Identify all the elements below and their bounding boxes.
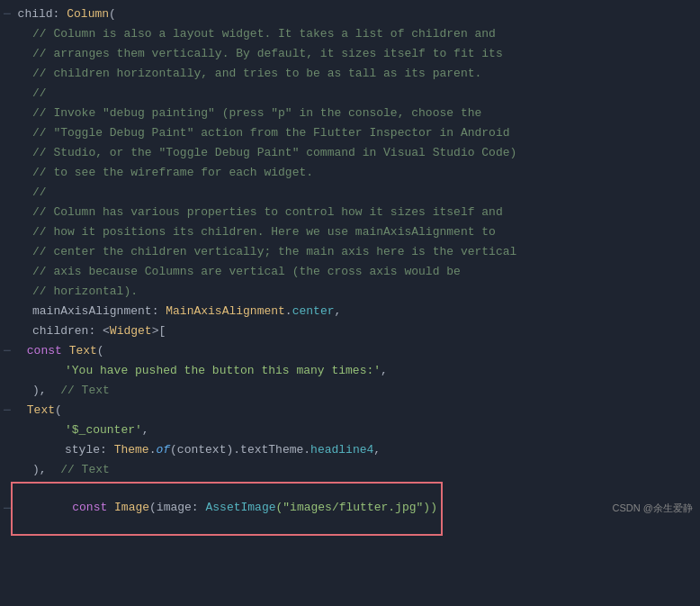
code-line: // arranges them vertically. By default,… bbox=[0, 43, 700, 63]
code-line: // "Toggle Debug Paint" action from the … bbox=[0, 122, 700, 142]
code-line: children: <Widget>[ bbox=[0, 321, 700, 340]
code-line: // how it positions its children. Here w… bbox=[0, 222, 700, 241]
code-line: // center the children vertically; the m… bbox=[0, 241, 700, 261]
code-editor: ─ child: Column( // Column is also a lay… bbox=[0, 0, 700, 606]
code-line: '$_counter', bbox=[0, 420, 700, 439]
code-line: mainAxisAlignment: MainAxisAlignment.cen… bbox=[0, 301, 700, 321]
code-line: ─ child: Column( bbox=[0, 4, 700, 23]
code-line: ─ Text( bbox=[0, 400, 700, 420]
code-line: // horizontal). bbox=[0, 281, 700, 301]
code-line: // children horizontally, and tries to b… bbox=[0, 63, 700, 83]
code-line: ), // Text bbox=[0, 459, 700, 479]
code-line: // to see the wireframe for each widget. bbox=[0, 162, 700, 182]
code-content: ─ child: Column( // Column is also a lay… bbox=[0, 0, 700, 540]
code-line: ─ const Text( bbox=[0, 340, 700, 360]
watermark-text: CSDN @余生爱静 bbox=[613, 502, 693, 515]
code-line: // Studio, or the "Toggle Debug Paint" c… bbox=[0, 142, 700, 162]
code-line: // Invoke "debug painting" (press "p" in… bbox=[0, 103, 700, 122]
code-line: // axis because Columns are vertical (th… bbox=[0, 261, 700, 281]
code-line: // Column is also a layout widget. It ta… bbox=[0, 23, 700, 43]
code-line: // Column has various properties to cont… bbox=[0, 202, 700, 222]
code-line-highlighted: ─ const Image(image: AssetImage("images/… bbox=[0, 481, 700, 537]
code-line: ), // Text bbox=[0, 380, 700, 400]
code-line: 'You have pushed the button this many ti… bbox=[0, 360, 700, 380]
code-line: style: Theme.of(context).textTheme.headl… bbox=[0, 439, 700, 459]
code-line: // bbox=[0, 83, 700, 103]
code-line: // bbox=[0, 182, 700, 202]
